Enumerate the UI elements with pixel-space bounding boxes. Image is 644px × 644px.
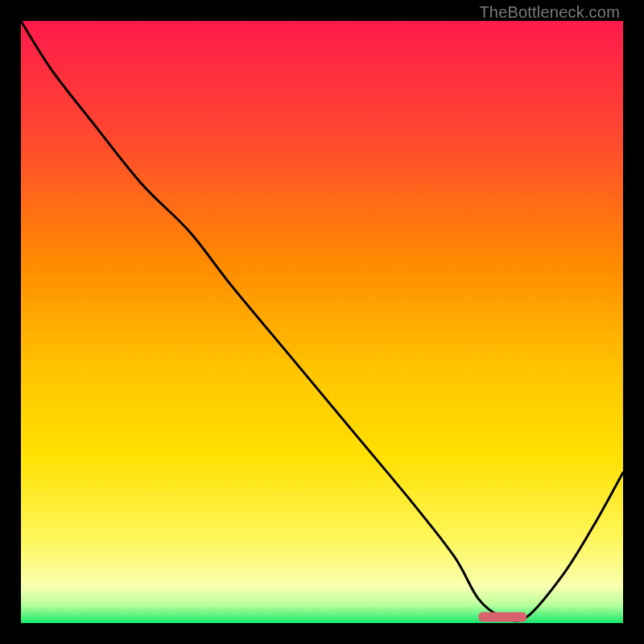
plot-area: [21, 21, 623, 623]
watermark-text: TheBottleneck.com: [479, 3, 620, 22]
optimal-marker: [478, 613, 526, 622]
bottleneck-chart: [21, 21, 623, 623]
chart-frame: TheBottleneck.com: [0, 0, 644, 644]
gradient-background: [21, 21, 623, 623]
